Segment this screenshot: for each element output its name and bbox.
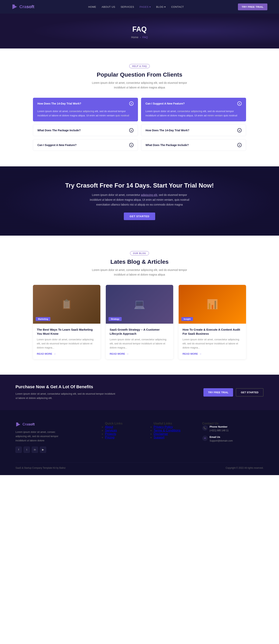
- blog-category-badge: Insight: [181, 317, 193, 321]
- list-item: Disclaimer: [154, 432, 195, 436]
- facebook-icon[interactable]: f: [15, 446, 22, 453]
- instagram-icon[interactable]: in: [32, 446, 38, 453]
- footer-link-support[interactable]: Support: [154, 436, 165, 439]
- footer-logo-icon: [15, 422, 21, 427]
- faq-question: How Does The 14-Day Trial Work?: [37, 102, 81, 105]
- footer-useful-links-col: Useful Links Privacy Policy Terms & Cond…: [154, 422, 195, 453]
- footer-link-projects[interactable]: Projects: [105, 432, 116, 436]
- footer-quick-links-list: About Services Projects Pricing: [105, 425, 146, 439]
- get-started-button[interactable]: GET STARTED: [236, 388, 264, 396]
- faq-answer: Lorem ipsum dolor sit amet, consectetur …: [33, 109, 138, 121]
- contact-phone-info: Phone Number (+021) 885 148 11: [210, 425, 229, 432]
- footer-useful-links-list: Privacy Policy Terms & Conditions Discla…: [154, 425, 195, 439]
- faq-toggle-icon: ∨: [129, 143, 133, 147]
- cta-description: Lorem ipsum dolor sit amet, consectetur …: [89, 192, 190, 207]
- faq-answer: Lorem ipsum dolor sit amet, consectetur …: [141, 109, 246, 121]
- list-item: Projects: [105, 432, 146, 436]
- breadcrumb-current: FAQ: [142, 36, 148, 39]
- blog-section: OUR BLOG Lates Blog & Articles Lorem ips…: [0, 236, 279, 375]
- faq-header[interactable]: How Does The 14-Day Trial Work? ∧: [33, 98, 138, 109]
- faq-question: Can I Suggest A New Feature?: [146, 102, 185, 105]
- nav-services[interactable]: SERVICES: [121, 6, 134, 8]
- cta-title: Try Crasoft Free For 14 Days. Start Your…: [12, 182, 267, 189]
- logo-text: Crasoft: [19, 4, 34, 9]
- youtube-icon[interactable]: ▶: [40, 446, 46, 453]
- footer-contact-heading: Contact Us: [202, 422, 264, 425]
- blog-post-title: How To Create & Execute A Content Audit …: [183, 328, 242, 336]
- nav-pages[interactable]: PAGES ▾: [139, 6, 151, 8]
- footer-useful-links-heading: Useful Links: [154, 422, 195, 425]
- footer-top: Crasoft Lorem ipsum dolor sit amet, cons…: [15, 422, 264, 453]
- benefits-cta-left: Purchase Now & Get A Lot Of Benefits Lor…: [15, 384, 116, 400]
- blog-readmore-link[interactable]: READ MORE →: [183, 352, 242, 355]
- faq-col-right: Can I Suggest A New Feature? ∧ Lorem ips…: [141, 98, 246, 151]
- contact-email-item: ✉ Email Us Support@domain.com: [202, 436, 264, 442]
- email-icon: ✉: [202, 436, 208, 441]
- list-item: Terms & Conditions: [154, 429, 195, 432]
- nav-contact[interactable]: CONTACT: [171, 6, 184, 8]
- benefits-cta-title: Purchase Now & Get A Lot Of Benefits: [15, 384, 116, 390]
- footer-copyright: Copyright © 2022 All rights reserved.: [226, 466, 264, 469]
- faq-header[interactable]: What Does The Package Include? ∨: [141, 140, 246, 151]
- blog-category-badge: Marketing: [36, 317, 50, 321]
- faq-item: Can I Suggest A New Feature? ∨: [33, 139, 138, 151]
- footer-logo[interactable]: Crasoft: [15, 422, 97, 427]
- faq-toggle-icon: ∨: [129, 128, 133, 132]
- footer-brand-col: Crasoft Lorem ipsum dolor sit amet, cons…: [15, 422, 97, 453]
- page-title: FAQ: [0, 25, 279, 33]
- benefits-cta: Purchase Now & Get A Lot Of Benefits Lor…: [0, 375, 279, 410]
- footer-link-privacy[interactable]: Privacy Policy: [154, 425, 173, 428]
- breadcrumb-separator: ›: [140, 36, 141, 39]
- faq-header[interactable]: Can I Suggest A New Feature? ∧: [141, 98, 246, 109]
- phone-label: Phone Number: [210, 425, 229, 428]
- list-item: Support: [154, 436, 195, 439]
- faq-header[interactable]: Can I Suggest A New Feature? ∨: [33, 140, 138, 151]
- list-item: Privacy Policy: [154, 425, 195, 429]
- breadcrumb: Home › FAQ: [0, 36, 279, 39]
- faq-description: Lorem ipsum dolor sit amet, consectetur …: [91, 81, 188, 90]
- cta-button[interactable]: GET STARTED: [124, 212, 155, 220]
- blog-readmore-link[interactable]: READ MORE →: [37, 352, 96, 355]
- phone-icon: 📞: [202, 425, 208, 431]
- nav-home[interactable]: HOME: [88, 6, 96, 8]
- footer-link-about[interactable]: About: [105, 425, 113, 428]
- footer-contact-col: Contact Us 📞 Phone Number (+021) 885 148…: [202, 422, 264, 453]
- list-item: Pricing: [105, 436, 146, 439]
- footer-bottom: SaaS & Startup Company Template Kit by B…: [15, 462, 264, 469]
- list-item: Services: [105, 429, 146, 432]
- faq-question: What Does The Package Include?: [146, 144, 189, 146]
- footer-social: f t in ▶: [15, 446, 97, 453]
- benefits-cta-desc: Lorem ipsum dolor sit amet, consectetur …: [15, 392, 116, 400]
- blog-readmore-link[interactable]: READ MORE →: [110, 352, 169, 355]
- faq-title: Popular Question From Clients: [12, 71, 267, 78]
- logo[interactable]: Crasoft: [12, 4, 34, 10]
- faq-toggle-icon: ∨: [237, 143, 242, 147]
- blog-excerpt: Lorem ipsum dolor sit amet, consectetur …: [37, 338, 96, 350]
- breadcrumb-home[interactable]: Home: [131, 36, 138, 39]
- try-free-trial-button[interactable]: TRY FREE TRIAL: [203, 388, 233, 396]
- nav-blog[interactable]: BLOG ▾: [156, 6, 166, 8]
- footer-link-services[interactable]: Services: [105, 429, 117, 432]
- nav-about[interactable]: ABOUT US: [101, 6, 115, 8]
- footer: Crasoft Lorem ipsum dolor sit amet, cons…: [0, 410, 279, 475]
- faq-question: What Does The Package Include?: [37, 129, 81, 132]
- faq-header[interactable]: How Does The 14-Day Trial Work? ∨: [141, 125, 246, 136]
- faq-toggle-icon: ∧: [237, 102, 242, 106]
- footer-link-pricing[interactable]: Pricing: [105, 436, 114, 439]
- blog-excerpt: Lorem ipsum dolor sit amet, consectetur …: [183, 338, 242, 350]
- faq-item: What Does The Package Include? ∨: [141, 139, 246, 151]
- blog-post-title: The Best Ways To Learn SaaS Marketing Yo…: [37, 328, 96, 336]
- blog-card: Marketing The Best Ways To Learn SaaS Ma…: [33, 285, 100, 359]
- list-item: About: [105, 425, 146, 429]
- faq-toggle-icon: ∧: [129, 102, 133, 106]
- faq-header[interactable]: What Does The Package Include? ∨: [33, 125, 138, 136]
- benefits-cta-right: TRY FREE TRIAL GET STARTED: [203, 388, 264, 396]
- nav-cta-button[interactable]: TRY FREE TRIAL: [238, 4, 267, 10]
- blog-card: Strategy SaaS Growth Strategy – A Custom…: [106, 285, 173, 359]
- twitter-icon[interactable]: t: [24, 446, 30, 453]
- arrow-icon: →: [53, 352, 56, 355]
- arrow-icon: →: [199, 352, 202, 355]
- blog-content: SaaS Growth Strategy – A Customer Lifecy…: [106, 324, 173, 359]
- footer-link-terms[interactable]: Terms & Conditions: [154, 429, 181, 432]
- footer-link-disclaimer[interactable]: Disclaimer: [154, 432, 168, 436]
